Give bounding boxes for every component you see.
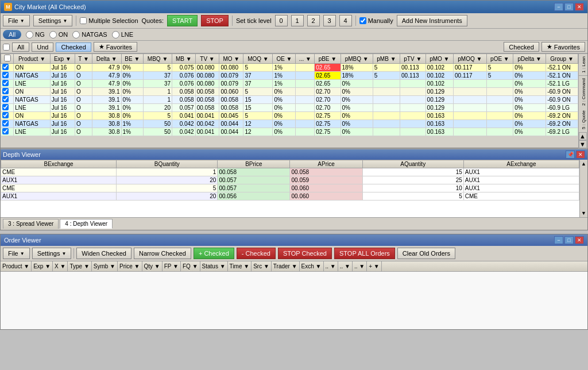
order-col-e1[interactable]: .. ▼ xyxy=(324,261,338,271)
side-tab-quote[interactable]: 5 : Quote xyxy=(579,108,587,132)
order-col-e2[interactable]: .. ▼ xyxy=(338,261,353,271)
depth-col-aquantity[interactable]: AQuantity xyxy=(362,160,463,168)
order-col-fp[interactable]: FP ▼ xyxy=(163,261,181,271)
col-pmb[interactable]: pMB ▼ xyxy=(373,54,400,64)
multiple-selection-check[interactable]: Multiple Selection xyxy=(80,17,138,24)
favorites-button[interactable]: ★ Favorites xyxy=(94,42,137,52)
stop-checked-button[interactable]: STOP Checked xyxy=(278,248,332,259)
order-col-price[interactable]: Price ▼ xyxy=(118,261,142,271)
order-col-fq[interactable]: FQ ▼ xyxy=(181,261,200,271)
col-group[interactable]: Group ▼ xyxy=(546,54,578,64)
favorites-right-button[interactable]: ★ Favorites xyxy=(541,42,585,52)
depth-col-aprice[interactable]: APrice xyxy=(290,160,362,168)
order-col-status[interactable]: Status ▼ xyxy=(200,261,228,271)
col-t[interactable]: T ▼ xyxy=(75,54,92,64)
file-button[interactable]: File ▼ xyxy=(3,15,30,26)
row-check[interactable] xyxy=(1,120,14,128)
col-pdelta[interactable]: pDelta ▼ xyxy=(513,54,546,64)
row-check[interactable] xyxy=(1,88,14,96)
row-check[interactable] xyxy=(1,128,14,136)
select-all-check[interactable] xyxy=(3,44,10,51)
col-ellipsis[interactable]: ... ▼ xyxy=(296,54,315,64)
col-mb[interactable]: MB ▼ xyxy=(172,54,196,64)
order-settings-button[interactable]: Settings ▼ xyxy=(32,248,72,259)
col-check[interactable] xyxy=(1,54,14,64)
col-moq[interactable]: MOQ ▼ xyxy=(243,54,273,64)
checked-right-button[interactable]: Checked xyxy=(504,42,539,52)
minus-checked-button[interactable]: - Checked xyxy=(237,248,276,259)
tick0-button[interactable]: 0 xyxy=(275,15,288,26)
filter-ng[interactable]: NG xyxy=(26,31,45,38)
side-tab-lean[interactable]: 1 : Lean xyxy=(579,53,587,75)
order-minimize-button[interactable]: − xyxy=(554,236,563,244)
narrow-checked-button[interactable]: Narrow Checked xyxy=(134,248,191,259)
row-check[interactable] xyxy=(1,96,14,104)
col-product[interactable]: Product ▼ xyxy=(14,54,50,64)
order-col-trader[interactable]: Trader ▼ xyxy=(272,261,300,271)
widen-checked-button[interactable]: Widen Checked xyxy=(76,248,131,259)
side-tab-command[interactable]: 2 : Command xyxy=(579,75,587,108)
order-col-src[interactable]: Src ▼ xyxy=(252,261,272,271)
order-col-exch[interactable]: Exch ▼ xyxy=(300,261,324,271)
depth-col-aexchange[interactable]: AExchange xyxy=(463,160,579,168)
col-be[interactable]: BE ▼ xyxy=(121,54,144,64)
close-button[interactable]: ✕ xyxy=(575,3,584,11)
col-pmoq[interactable]: pMOQ ▼ xyxy=(454,54,487,64)
filter-all-button[interactable]: All xyxy=(3,30,21,39)
filter-natgas[interactable]: NATGAS xyxy=(72,31,107,38)
filter-on[interactable]: ON xyxy=(49,31,68,38)
und-button[interactable]: Und xyxy=(32,43,53,52)
col-pmbq[interactable]: pMBQ ▼ xyxy=(341,54,373,64)
order-maximize-button[interactable]: □ xyxy=(564,236,574,244)
depth-col-bprice[interactable]: BPrice xyxy=(218,160,290,168)
order-col-time[interactable]: Time ▼ xyxy=(228,261,252,271)
add-instruments-button[interactable]: Add New Instruments xyxy=(397,15,467,26)
clear-old-button[interactable]: Clear Old Orders xyxy=(397,248,455,259)
col-delta[interactable]: Delta ▼ xyxy=(92,54,121,64)
order-col-type[interactable]: Type ▼ xyxy=(68,261,91,271)
depth-viewer-tab[interactable]: 4 : Depth Viewer xyxy=(60,219,113,229)
depth-close-button[interactable]: ✕ xyxy=(576,151,585,159)
order-close-button[interactable]: ✕ xyxy=(575,236,584,244)
stop-all-button[interactable]: STOP ALL Orders xyxy=(334,248,395,259)
row-check[interactable] xyxy=(1,72,14,80)
depth-col-bexchange[interactable]: BExchange xyxy=(1,160,117,168)
order-col-e3[interactable]: .. ▼ xyxy=(353,261,367,271)
filter-lne[interactable]: LNE xyxy=(112,31,133,38)
order-col-product[interactable]: Product ▼ xyxy=(1,261,32,271)
checked-button[interactable]: Checked xyxy=(56,43,91,52)
row-check[interactable] xyxy=(1,104,14,112)
stop-button[interactable]: STOP xyxy=(201,15,229,26)
spread-viewer-tab[interactable]: 3 : Spread Viewer xyxy=(3,219,59,229)
row-check[interactable] xyxy=(1,80,14,88)
col-oe[interactable]: OE ▼ xyxy=(273,54,296,64)
col-ptv[interactable]: pTV ▼ xyxy=(400,54,426,64)
order-col-qty[interactable]: Qty ▼ xyxy=(142,261,163,271)
col-poe[interactable]: pOE ▼ xyxy=(486,54,513,64)
row-check[interactable] xyxy=(1,64,14,72)
start-button[interactable]: START xyxy=(167,15,198,26)
col-mbq[interactable]: MBQ ▼ xyxy=(144,54,172,64)
col-exp[interactable]: Exp ▼ xyxy=(50,54,75,64)
order-col-x[interactable]: X ▼ xyxy=(53,261,68,271)
all-button[interactable]: All xyxy=(12,43,29,52)
tick4-button[interactable]: 4 xyxy=(339,15,352,26)
order-file-button[interactable]: File ▼ xyxy=(3,248,30,259)
col-pbe[interactable]: pBE ▼ xyxy=(315,54,341,64)
manually-check[interactable]: Manually xyxy=(359,17,393,24)
col-pmo[interactable]: pMO ▼ xyxy=(425,54,453,64)
tick1-button[interactable]: 1 xyxy=(291,15,304,26)
col-mo[interactable]: MO ▼ xyxy=(219,54,243,64)
order-col-plus[interactable]: + ▼ xyxy=(367,261,382,271)
depth-col-bquantity[interactable]: BQuantity xyxy=(117,160,218,168)
order-col-symb[interactable]: Symb ▼ xyxy=(92,261,118,271)
maximize-button[interactable]: □ xyxy=(564,3,574,11)
minimize-button[interactable]: − xyxy=(554,3,563,11)
col-tv[interactable]: TV ▼ xyxy=(195,54,219,64)
plus-checked-button[interactable]: + Checked xyxy=(194,248,234,259)
settings-button[interactable]: Settings ▼ xyxy=(33,15,73,26)
tick3-button[interactable]: 3 xyxy=(323,15,336,26)
depth-pin-button[interactable]: 📌 xyxy=(566,151,575,159)
order-col-exp[interactable]: Exp ▼ xyxy=(32,261,53,271)
row-check[interactable] xyxy=(1,112,14,120)
